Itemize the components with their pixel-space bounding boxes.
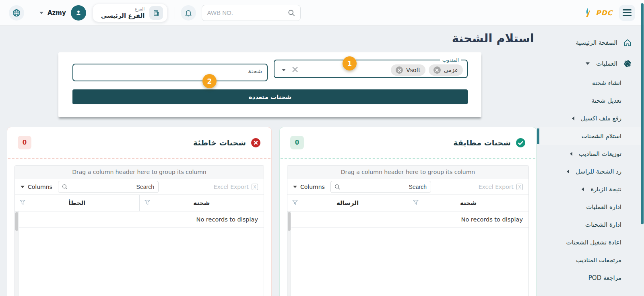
home-icon: [622, 38, 633, 47]
filter-icon[interactable]: [413, 199, 419, 207]
main-content: استلام الشحنة المندوب عزمي Vsoft: [0, 26, 539, 296]
wrong-shipments-panel: شحنات خاطئة 0 Drag a column header here …: [7, 127, 272, 296]
grid-scrollbar[interactable]: [15, 211, 19, 296]
grid-search-input[interactable]: [71, 184, 158, 190]
check-circle-icon: [516, 138, 526, 148]
building-icon: [149, 6, 163, 20]
sidebar-item-operations-management[interactable]: ادارة العمليات: [540, 198, 641, 216]
sidebar-item-create-shipment[interactable]: انشاء شحنة: [540, 74, 641, 92]
multiple-shipments-button[interactable]: شحنات متعددة: [72, 89, 468, 104]
chevron-down-icon[interactable]: [39, 12, 43, 14]
search-icon: [331, 184, 344, 190]
page-title: استلام الشحنة: [452, 31, 534, 45]
error-circle-icon: [251, 138, 261, 148]
receive-shipment-form: المندوب عزمي Vsoft 1: [58, 52, 481, 117]
step-1-badge: 1: [343, 56, 357, 70]
panel-title: شحنات مطابقة: [453, 138, 511, 147]
column-header-shipment[interactable]: شحنة: [140, 195, 264, 211]
column-chooser-button[interactable]: Columns: [21, 184, 52, 190]
caret-down-icon: [21, 186, 25, 188]
delegate-label: المندوب: [440, 57, 461, 63]
language-globe-button[interactable]: [9, 5, 24, 21]
sidebar-item-label: نتيجة الزيارة: [590, 186, 621, 193]
pdc-flame-icon: [584, 7, 594, 19]
search-icon[interactable]: [287, 9, 295, 17]
sidebar-item-pod-review[interactable]: مراجعة POD: [540, 269, 641, 287]
sidebar-item-label: ادارة العمليات: [586, 203, 621, 211]
sidebar-item-courier-distributions[interactable]: توزيعات المناديب: [540, 145, 641, 163]
matched-grid: Drag a column header here to group its c…: [287, 165, 529, 296]
grid-search-box: [58, 181, 159, 193]
columns-label: Columns: [300, 184, 325, 190]
excel-file-icon: X: [252, 184, 258, 190]
pdc-logo: PDC: [584, 7, 613, 19]
clear-selection-icon[interactable]: [292, 66, 298, 74]
grid-search-input[interactable]: [344, 184, 431, 190]
remove-tag-icon[interactable]: [433, 66, 441, 74]
grid-scrollbar[interactable]: [287, 211, 291, 296]
excel-export-label: Excel Export: [479, 184, 514, 190]
collapsed-arrow-icon: [570, 152, 572, 156]
remove-tag-icon[interactable]: [396, 66, 403, 74]
shipment-input[interactable]: [72, 64, 268, 81]
sidebar-item-label: الصفحة الرئيسية: [576, 39, 618, 46]
sidebar-item-label: اعادة تشغيل الشحنات: [566, 239, 621, 246]
delegate-tag: Vsoft: [391, 64, 425, 76]
collapsed-arrow-icon: [567, 170, 569, 174]
hamburger-icon: [623, 9, 632, 10]
awb-search-box: [202, 5, 301, 21]
sidebar-item-label: رفع ملف اكسيل: [581, 115, 621, 122]
avatar[interactable]: [71, 5, 86, 21]
sidebar-item-label: العمليات: [596, 60, 617, 67]
branch-name: الفرع الرئيسى: [101, 12, 145, 19]
bell-icon: [184, 9, 192, 17]
group-panel[interactable]: Drag a column header here to group its c…: [287, 166, 528, 179]
sidebar-item-operations[interactable]: العمليات: [540, 53, 641, 74]
sidebar-item-upload-excel[interactable]: رفع ملف اكسيل: [540, 110, 641, 127]
excel-export-button[interactable]: Excel Export X: [214, 184, 258, 190]
matched-shipments-panel: شحنات مطابقة 0 Drag a column header here…: [279, 127, 537, 296]
sidebar-item-home[interactable]: الصفحة الرئيسية: [540, 32, 641, 53]
excel-export-label: Excel Export: [214, 184, 249, 190]
tag-label: Vsoft: [406, 67, 421, 73]
delegate-tag: عزمي: [429, 64, 463, 76]
vertical-scrollbar-thumb[interactable]: [641, 3, 644, 224]
collapsed-arrow-icon: [582, 187, 584, 191]
grid-search-box: [330, 181, 431, 193]
column-header-message[interactable]: الرسالة: [287, 195, 408, 211]
delegate-multiselect[interactable]: المندوب عزمي Vsoft: [274, 57, 468, 78]
dropdown-caret-icon[interactable]: [282, 69, 286, 71]
sidebar-item-label: مرتجعات المناديب: [576, 257, 621, 264]
sidebar-item-courier-returns[interactable]: مرتجعات المناديب: [540, 251, 641, 269]
sidebar-item-label: مراجعة POD: [588, 274, 621, 282]
columns-label: Columns: [28, 184, 52, 190]
empty-grid-message: No records to display: [19, 211, 264, 228]
step-2-badge: 2: [202, 74, 217, 88]
sidebar-item-receive-shipments[interactable]: استلام الشحنات: [540, 127, 641, 145]
awb-search-input[interactable]: [207, 9, 287, 16]
column-chooser-button[interactable]: Columns: [293, 184, 325, 190]
sidebar-item-visit-result[interactable]: نتيجة الزيارة: [540, 180, 641, 198]
column-header-shipment[interactable]: شحنة: [408, 195, 528, 211]
column-header-error[interactable]: الخطأ: [15, 195, 140, 211]
sidebar-item-restart-shipments[interactable]: اعادة تشغيل الشحنات: [540, 234, 641, 251]
filter-icon[interactable]: [20, 199, 25, 207]
excel-export-button[interactable]: Excel Export X: [479, 184, 523, 190]
group-panel[interactable]: Drag a column header here to group its c…: [15, 166, 264, 179]
dashed-divider: [8, 158, 270, 159]
filter-icon[interactable]: [292, 199, 298, 207]
expanded-arrow-icon: [586, 62, 590, 65]
user-name[interactable]: Azmy: [47, 9, 66, 17]
branch-selector[interactable]: الفرع الفرع الرئيسى: [93, 4, 168, 22]
sidebar-item-shipments-management[interactable]: ادارة الشحنات: [540, 216, 641, 234]
collapsed-arrow-icon: [572, 116, 574, 120]
sidebar-item-edit-shipment[interactable]: تعديل شحنة: [540, 92, 641, 110]
notifications-button[interactable]: [181, 5, 196, 21]
filter-icon[interactable]: [144, 199, 150, 207]
menu-toggle-button[interactable]: [619, 5, 635, 21]
delegate-tags: عزمي Vsoft: [391, 64, 463, 76]
sidebar-item-return-to-sender[interactable]: رد الشحنة للراسل: [540, 163, 641, 180]
matched-count-badge: 0: [290, 136, 304, 149]
search-icon: [58, 184, 71, 190]
dashed-divider: [281, 158, 535, 159]
